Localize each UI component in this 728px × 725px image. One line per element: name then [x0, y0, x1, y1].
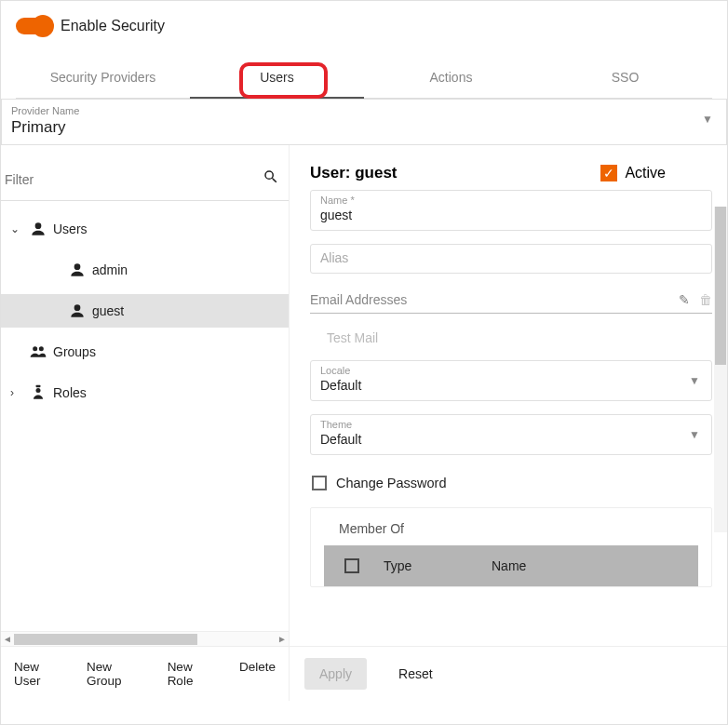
chevron-right-icon: › [10, 386, 23, 399]
tab-users[interactable]: Users [190, 60, 364, 98]
detail-title-name: guest [355, 164, 397, 181]
svg-point-2 [74, 304, 81, 311]
svg-point-1 [74, 263, 81, 270]
delete-button[interactable]: Delete [239, 660, 276, 688]
tree-node-roles[interactable]: › Roles [1, 376, 289, 409]
filter-input[interactable] [1, 172, 261, 187]
alias-field[interactable]: Alias [310, 244, 712, 274]
locale-select[interactable]: Locale Default ▼ [310, 360, 712, 401]
new-group-button[interactable]: New Group [87, 660, 147, 688]
caret-down-icon: ▼ [702, 113, 713, 126]
tab-actions[interactable]: Actions [364, 60, 538, 98]
left-action-bar: New User New Group New Role Delete [1, 646, 289, 701]
enable-security-label: Enable Security [61, 18, 165, 34]
tab-security-providers[interactable]: Security Providers [16, 60, 190, 98]
roles-icon [29, 383, 47, 402]
horizontal-scrollbar[interactable]: ◄ ► [1, 631, 289, 646]
tree-label-admin: admin [92, 262, 128, 277]
vertical-scrollbar[interactable] [714, 207, 727, 532]
tree-node-groups[interactable]: Groups [1, 335, 289, 369]
svg-point-3 [33, 346, 37, 351]
chevron-down-icon: ⌄ [10, 222, 23, 235]
active-label: Active [625, 165, 666, 181]
member-col-type[interactable]: Type [380, 558, 492, 573]
new-user-button[interactable]: New User [14, 660, 66, 688]
member-of-title: Member Of [324, 521, 698, 545]
svg-point-4 [39, 346, 44, 351]
user-icon [68, 302, 87, 320]
tree-node-admin[interactable]: admin [1, 253, 289, 287]
provider-value: Primary [11, 118, 717, 137]
member-of-header: Type Name [324, 545, 698, 586]
tab-sso[interactable]: SSO [538, 60, 712, 98]
svg-point-0 [35, 222, 42, 229]
scroll-right-icon[interactable]: ► [276, 634, 289, 644]
tree-node-guest[interactable]: guest [1, 294, 289, 328]
name-value: guest [320, 208, 702, 222]
email-addresses-label: Email Addresses [310, 292, 669, 307]
user-icon [68, 261, 87, 279]
provider-select[interactable]: Provider Name Primary ▼ [1, 99, 727, 145]
test-mail-button[interactable]: Test Mail [310, 323, 712, 360]
scroll-thumb[interactable] [715, 207, 726, 365]
locale-label: Locale [320, 365, 702, 376]
theme-select[interactable]: Theme Default ▼ [310, 414, 712, 455]
svg-point-5 [36, 388, 41, 393]
member-col-name[interactable]: Name [492, 558, 698, 573]
name-field[interactable]: Name * guest [310, 190, 712, 231]
apply-button[interactable]: Apply [304, 658, 367, 690]
theme-value: Default [320, 432, 702, 447]
tree: ⌄ Users admin guest [1, 201, 289, 631]
caret-down-icon: ▼ [689, 428, 700, 441]
locale-value: Default [320, 378, 702, 393]
scroll-thumb[interactable] [14, 634, 197, 645]
change-password-checkbox[interactable] [312, 476, 327, 490]
scroll-left-icon[interactable]: ◄ [1, 634, 14, 644]
tree-label-roles: Roles [53, 385, 87, 400]
tree-label-guest: guest [92, 303, 124, 318]
member-select-all-checkbox[interactable] [344, 558, 359, 573]
theme-label: Theme [320, 419, 702, 430]
alias-placeholder: Alias [320, 250, 702, 265]
member-of-panel: Member Of Type Name [310, 507, 712, 587]
tree-label-users: Users [53, 222, 88, 236]
svg-rect-6 [36, 385, 41, 388]
detail-title: User: guest [310, 164, 398, 182]
name-label: Name * [320, 195, 702, 206]
delete-icon[interactable]: 🗑 [699, 292, 712, 307]
reset-button[interactable]: Reset [384, 658, 448, 690]
enable-security-toggle[interactable] [16, 18, 51, 34]
groups-icon [29, 342, 47, 361]
search-icon[interactable] [261, 168, 289, 190]
detail-title-prefix: User: [310, 164, 355, 181]
new-role-button[interactable]: New Role [168, 660, 219, 688]
edit-icon[interactable]: ✎ [679, 292, 690, 307]
tab-bar: Security Providers Users Actions SSO [16, 60, 712, 99]
caret-down-icon: ▼ [689, 374, 700, 387]
tree-node-users[interactable]: ⌄ Users [1, 212, 289, 246]
user-icon [29, 220, 47, 238]
change-password-label: Change Password [336, 476, 447, 490]
provider-label: Provider Name [11, 105, 717, 116]
tree-label-groups: Groups [53, 344, 96, 359]
active-checkbox[interactable]: ✓ [600, 165, 617, 181]
